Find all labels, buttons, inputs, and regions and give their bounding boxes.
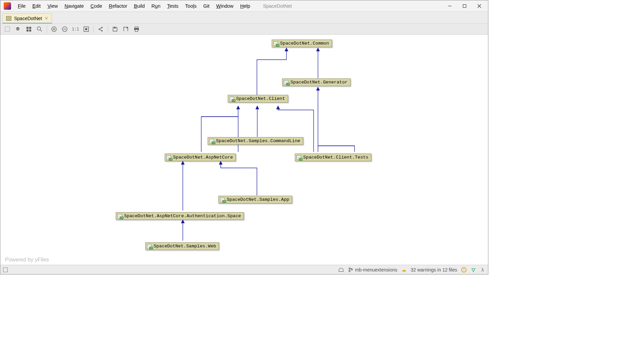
node-label: SpaceDotNet.Client (236, 96, 285, 101)
menu-edit[interactable]: Edit (29, 1, 44, 11)
csharp-project-icon (147, 244, 152, 249)
csharp-project-icon (166, 155, 172, 160)
share-icon[interactable] (96, 25, 106, 34)
status-inspection-icon[interactable]: ! (461, 267, 467, 273)
cloud-sync-icon: ☁ (401, 267, 407, 273)
csharp-project-icon (273, 41, 279, 46)
node-samples-web[interactable]: SpaceDotNet.Samples.Web (145, 242, 219, 250)
diagram-tab-icon (6, 16, 11, 21)
menu-window[interactable]: Window (213, 1, 237, 11)
node-label: SpaceDotNet.Samples.Web (154, 244, 216, 249)
node-client[interactable]: SpaceDotNet.Client (228, 95, 288, 103)
menu-navigate[interactable]: Navigate (61, 1, 87, 11)
diagram-edges (0, 35, 488, 265)
node-label: SpaceDotNet.Samples.App (227, 197, 289, 202)
svg-line-24 (100, 29, 102, 31)
menu-tools[interactable]: Tools (182, 1, 200, 11)
tabbar: SpaceDotNet ✕ (0, 12, 488, 24)
svg-point-11 (37, 27, 41, 30)
tool-window-toggle-icon[interactable] (3, 267, 8, 272)
svg-rect-29 (135, 29, 138, 32)
node-samples-cmdline[interactable]: SpaceDotNet.Samples.CommandLine (208, 137, 303, 145)
node-aspnetcore[interactable]: SpaceDotNet.AspNetCore (165, 154, 236, 161)
zoom-area-icon[interactable] (35, 25, 45, 34)
menu-help[interactable]: Help (237, 1, 254, 11)
print-icon[interactable] (131, 25, 142, 34)
status-indicator-green[interactable]: ▽ (471, 267, 476, 273)
tab-diagram[interactable]: SpaceDotNet ✕ (2, 13, 52, 23)
menu-file[interactable]: File (14, 1, 29, 11)
menu-view[interactable]: View (44, 1, 61, 11)
statusbar: mb-menuextensions ☁ 32 warnings in 12 fi… (0, 265, 488, 274)
csharp-project-icon (209, 139, 215, 143)
menu-code[interactable]: Code (87, 1, 106, 11)
node-label: SpaceDotNet.Common (280, 41, 329, 46)
csharp-project-icon (220, 197, 225, 202)
svg-line-12 (40, 30, 42, 32)
project-name: SpaceDotNet (263, 3, 292, 9)
zoom-out-icon[interactable] (60, 25, 70, 34)
node-label: SpaceDotNet.Samples.CommandLine (216, 138, 300, 143)
menubar: File Edit View Navigate Code Refactor Bu… (0, 0, 488, 12)
status-git-branch[interactable]: mb-menuextensions (348, 267, 397, 273)
svg-point-32 (351, 269, 353, 270)
lambda-icon: λ (480, 267, 485, 273)
csharp-project-icon (117, 214, 123, 219)
node-common[interactable]: SpaceDotNet.Common (272, 40, 332, 47)
warning-icon: ! (461, 267, 467, 273)
svg-text:42: 42 (16, 27, 19, 31)
tab-label: SpaceDotNet (14, 16, 42, 21)
window-minimize-button[interactable] (442, 0, 457, 12)
node-label: SpaceDotNet.AspNetCore (173, 155, 233, 160)
csharp-project-icon (229, 97, 235, 101)
status-notifications[interactable] (338, 267, 344, 273)
window-close-button[interactable] (472, 0, 487, 12)
diagram-canvas[interactable]: SpaceDotNet.Common SpaceDotNet.Generator… (0, 35, 488, 265)
svg-point-31 (349, 270, 350, 272)
status-indicator-gray[interactable]: λ (480, 267, 485, 273)
watermark: Powered by yFiles (5, 257, 49, 263)
svg-rect-27 (135, 27, 138, 28)
node-label: SpaceDotNet.Client.Tests (303, 155, 368, 160)
csharp-project-icon (284, 80, 289, 85)
svg-rect-10 (29, 29, 31, 32)
select-tool-icon[interactable] (2, 25, 12, 34)
menu-git[interactable]: Git (200, 1, 213, 11)
menu-tests[interactable]: Tests (164, 1, 182, 11)
triangle-down-icon: ▽ (471, 267, 476, 273)
svg-line-23 (100, 28, 102, 29)
export-icon[interactable] (121, 25, 131, 34)
status-sync[interactable]: ☁ (401, 267, 407, 273)
node-samples-app[interactable]: SpaceDotNet.Samples.App (218, 196, 292, 203)
svg-rect-19 (85, 28, 87, 30)
actual-size-icon[interactable]: 1:1 (70, 25, 80, 34)
branch-name: mb-menuextensions (355, 267, 397, 273)
svg-rect-7 (26, 27, 29, 29)
find-elements-icon[interactable]: 42 (13, 25, 23, 34)
app-icon (4, 2, 11, 10)
save-icon[interactable] (110, 25, 120, 34)
menu-refactor[interactable]: Refactor (106, 1, 131, 11)
node-label: SpaceDotNet.AspNetCore.Authentication.Sp… (124, 214, 241, 219)
svg-rect-8 (29, 27, 31, 29)
svg-rect-9 (26, 29, 29, 32)
diagram-toolbar: 42 1:1 (0, 24, 488, 35)
layout-icon[interactable] (24, 25, 34, 34)
node-generator[interactable]: SpaceDotNet.Generator (282, 78, 351, 86)
menu-build[interactable]: Build (130, 1, 148, 11)
branch-icon (348, 267, 353, 272)
node-auth-space[interactable]: SpaceDotNet.AspNetCore.Authentication.Sp… (116, 212, 244, 220)
svg-rect-1 (463, 4, 466, 7)
status-warnings[interactable]: 32 warnings in 12 files (411, 267, 457, 273)
node-label: SpaceDotNet.Generator (290, 80, 347, 85)
window-maximize-button[interactable] (457, 0, 472, 12)
fit-content-icon[interactable] (81, 25, 91, 34)
tab-close-icon[interactable]: ✕ (45, 16, 48, 21)
svg-point-30 (349, 268, 350, 269)
svg-rect-4 (5, 27, 10, 32)
node-client-tests[interactable]: SpaceDotNet.Client.Tests (295, 154, 371, 161)
menu-run[interactable]: Run (148, 1, 164, 11)
zoom-in-icon[interactable] (49, 25, 59, 34)
warnings-text: 32 warnings in 12 files (411, 267, 457, 273)
csharp-project-icon (297, 155, 302, 160)
